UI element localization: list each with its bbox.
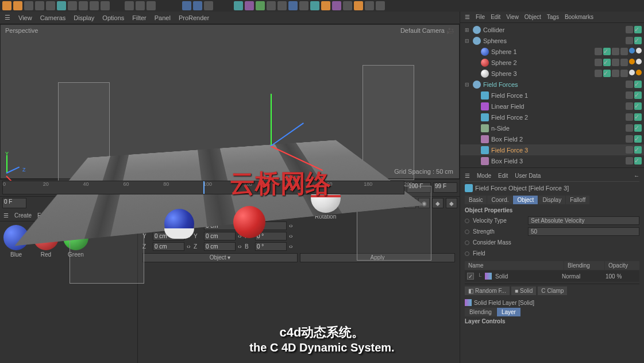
visibility-tag-icon[interactable]: ✓ <box>634 113 642 121</box>
prim-icon[interactable] <box>277 1 287 10</box>
layer-tag-icon[interactable] <box>626 124 633 132</box>
menu-view[interactable]: View <box>506 14 519 20</box>
field-list-row[interactable]: ✓ └ Solid Normal 100 % <box>465 270 639 282</box>
tool-icon[interactable] <box>46 1 55 10</box>
object-tree-row[interactable]: ⊟Spheres✓ <box>460 35 644 46</box>
menu-userdata[interactable]: User Data <box>515 173 541 179</box>
anim-dot-icon[interactable] <box>465 219 469 223</box>
field-row-blend[interactable]: Normal <box>562 273 602 280</box>
prim-icon[interactable] <box>365 1 374 10</box>
visibility-tag-icon[interactable]: ✓ <box>603 70 611 77</box>
object-tree-row[interactable]: Linear Field✓ <box>460 101 644 112</box>
tool-icon[interactable] <box>125 1 134 10</box>
prim-icon[interactable] <box>288 1 298 10</box>
anim-dot-icon[interactable] <box>465 251 469 256</box>
tool-icon[interactable] <box>136 1 145 10</box>
key-icon[interactable]: ◆ <box>446 198 457 208</box>
menu-object[interactable]: Object <box>525 14 541 20</box>
visibility-tag-icon[interactable]: ✓ <box>634 37 642 44</box>
object-tree-row[interactable]: Field Force 2✓ <box>460 112 644 123</box>
object-name[interactable]: Sphere 3 <box>491 70 592 77</box>
hamburger-icon[interactable]: ☰ <box>465 14 470 20</box>
menu-options[interactable]: Options <box>102 14 124 21</box>
tool-icon[interactable] <box>35 1 44 10</box>
menu-edit[interactable]: Edit <box>491 14 500 20</box>
menu-view[interactable]: View <box>18 14 32 21</box>
layer-tag-icon[interactable] <box>626 102 633 110</box>
attr-value-input[interactable]: Set Absolute Velocity <box>528 216 639 225</box>
back-icon[interactable]: ← <box>634 173 639 179</box>
object-tree-row[interactable]: Sphere 2✓ <box>460 57 644 68</box>
visibility-tag-icon[interactable]: ✓ <box>634 146 642 154</box>
attr-value-input[interactable]: 50 <box>528 227 639 236</box>
expand-icon[interactable]: ⊟ <box>465 38 471 44</box>
object-tree-row[interactable]: Box Field 2✓ <box>460 133 644 144</box>
tool-icon[interactable] <box>79 1 88 10</box>
prim-icon[interactable] <box>234 1 243 10</box>
object-name[interactable]: Box Field 2 <box>491 136 623 143</box>
visibility-tag-icon[interactable]: ✓ <box>634 135 642 143</box>
layer-tag-icon[interactable] <box>626 157 633 165</box>
visibility-tag-icon[interactable]: ✓ <box>634 91 642 99</box>
visibility-tag-icon[interactable]: ✓ <box>634 124 642 132</box>
prim-icon[interactable] <box>267 1 276 10</box>
hamburger-icon[interactable]: ☰ <box>3 212 9 219</box>
layer-tag-icon[interactable] <box>626 146 633 154</box>
expand-icon[interactable]: ⊟ <box>465 82 471 87</box>
anim-dot-icon[interactable] <box>465 230 469 234</box>
timeline-ruler[interactable]: 020406080100120140160180200 <box>2 181 404 194</box>
object-name[interactable]: Field Force 1 <box>491 92 623 99</box>
object-name[interactable]: Field Forces <box>483 81 623 88</box>
object-tree-row[interactable]: n-Side✓ <box>460 123 644 133</box>
tag-icon[interactable] <box>612 48 619 55</box>
material-tag-icon[interactable] <box>636 48 642 54</box>
attr-tab[interactable]: Object <box>513 196 538 204</box>
prim-icon[interactable] <box>310 1 319 10</box>
viewport-3d[interactable]: Perspective Default Camera 🎥 <box>0 24 460 179</box>
object-name[interactable]: Linear Field <box>491 103 623 110</box>
tool-icon[interactable] <box>24 1 33 10</box>
tool-icon[interactable] <box>68 1 77 10</box>
menu-bookmarks[interactable]: Bookmarks <box>565 14 593 20</box>
object-tree-row[interactable]: Sphere 1✓ <box>460 46 644 57</box>
tag-icon[interactable] <box>612 59 619 66</box>
menu-cameras[interactable]: Cameras <box>40 14 66 21</box>
menu-panel[interactable]: Panel <box>155 14 171 21</box>
tool-icon[interactable] <box>204 1 213 10</box>
tool-icon[interactable] <box>2 1 11 10</box>
visibility-tag-icon[interactable]: ✓ <box>634 102 642 110</box>
object-name[interactable]: Sphere 2 <box>491 59 592 66</box>
material-tag-icon[interactable] <box>629 59 635 64</box>
prim-icon[interactable] <box>354 1 363 10</box>
layer-add-button[interactable]: CClamp <box>538 286 567 295</box>
tool-icon[interactable] <box>90 1 99 10</box>
layer-tab[interactable]: Layer <box>497 308 520 316</box>
menu-filter[interactable]: Filter <box>132 14 146 21</box>
menu-edit[interactable]: Edit <box>498 173 508 179</box>
attr-tab[interactable]: Coord. <box>487 196 512 204</box>
prim-icon[interactable] <box>343 1 352 10</box>
attr-tab[interactable]: Basic <box>465 196 487 204</box>
layer-tag-icon[interactable] <box>626 113 633 121</box>
object-name[interactable]: Field Force 2 <box>491 114 623 121</box>
layer-tag-icon[interactable] <box>626 91 633 99</box>
menu-prorender[interactable]: ProRender <box>179 14 209 21</box>
prim-icon[interactable] <box>299 1 308 10</box>
menu-mode[interactable]: Mode <box>477 173 491 179</box>
prim-icon[interactable] <box>376 1 385 10</box>
object-tree-row[interactable]: ⊟Field Forces✓ <box>460 79 644 90</box>
prim-icon[interactable] <box>245 1 254 10</box>
layer-tab[interactable]: Blending <box>465 308 496 316</box>
object-name[interactable]: Collider <box>483 26 623 33</box>
visibility-tag-icon[interactable]: ✓ <box>634 26 642 33</box>
prim-icon[interactable] <box>256 1 265 10</box>
expand-icon[interactable]: ⊞ <box>465 27 471 33</box>
layer-add-button[interactable]: ◧Random F... <box>465 286 510 295</box>
render-icon[interactable] <box>182 1 191 10</box>
object-name[interactable]: Field Force 3 <box>491 147 623 154</box>
object-tree-row[interactable]: Field Force 1✓ <box>460 90 644 101</box>
menu-display[interactable]: Display <box>74 14 94 21</box>
layer-tag-icon[interactable] <box>595 48 602 55</box>
attr-tab[interactable]: Display <box>538 196 565 204</box>
prim-icon[interactable] <box>321 1 330 10</box>
